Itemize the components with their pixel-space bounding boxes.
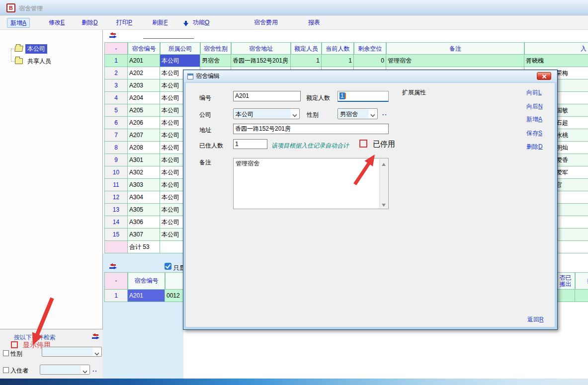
edit-button[interactable]: 修改E — [46, 18, 68, 28]
column-header[interactable]: 当前人数 — [322, 42, 354, 55]
table-cell[interactable]: 10 — [104, 166, 128, 179]
tree-item-label[interactable]: 共享人员 — [25, 57, 53, 66]
ext-attr-label: 扩展属性 — [402, 88, 426, 97]
code-input[interactable]: A201 — [233, 91, 301, 101]
table-cell[interactable]: 11 — [104, 179, 128, 191]
table-cell[interactable]: A307 — [128, 229, 160, 241]
table-cell[interactable]: A302 — [128, 166, 160, 179]
table-cell[interactable]: A205 — [128, 104, 160, 117]
table-cell[interactable]: A207 — [128, 129, 160, 142]
moved-out-cell[interactable] — [556, 290, 575, 302]
add-link[interactable]: 新增A — [526, 115, 542, 124]
app-logo-icon: B — [6, 3, 15, 12]
function-dropdown-icon[interactable] — [183, 23, 188, 29]
quota-input[interactable]: 1 — [337, 91, 389, 102]
table-cell[interactable]: 1 — [291, 55, 322, 67]
address-input[interactable]: 香园一路152号201房 — [233, 124, 389, 134]
table-cell[interactable]: A305 — [128, 204, 160, 216]
prev-link[interactable]: 向前L — [526, 88, 542, 97]
show-disabled-checkbox[interactable] — [11, 341, 18, 348]
new-button[interactable]: 新增A — [7, 18, 30, 28]
swap-columns-icon[interactable] — [91, 333, 99, 340]
occupied-input[interactable]: 1 — [233, 139, 267, 149]
table-cell[interactable]: A203 — [128, 79, 160, 92]
close-button[interactable] — [537, 72, 551, 80]
column-header[interactable]: 宿舍性别 — [200, 42, 231, 55]
next-link[interactable]: 向后N — [526, 102, 543, 111]
table-cell[interactable]: 2 — [104, 67, 128, 79]
table-cell[interactable]: A303 — [128, 179, 160, 191]
table-cell[interactable]: 4 — [104, 92, 128, 104]
swap-columns-icon[interactable] — [108, 32, 117, 39]
tree-item-shared[interactable]: 共享人员 — [15, 57, 53, 66]
column-header[interactable]: 宿舍地址 — [231, 42, 291, 55]
dorm-fee-button[interactable]: 宿舍费用 — [251, 18, 281, 28]
table-cell[interactable]: 1 — [322, 55, 354, 67]
report-button[interactable]: 报表 — [305, 18, 323, 28]
column-header[interactable]: 所属公司 — [160, 42, 200, 55]
move-cell[interactable] — [575, 290, 588, 302]
scroll-down-icon[interactable] — [380, 201, 387, 208]
table-cell[interactable]: A201 — [128, 55, 160, 67]
table-cell[interactable]: 14 — [104, 216, 128, 229]
save-link[interactable]: 保存S — [526, 129, 542, 138]
title-bar: B 宿舍管理 — [0, 0, 588, 15]
column-header[interactable]: 剩余空位 — [354, 42, 386, 55]
row-num-cell[interactable]: 1 — [104, 290, 128, 302]
table-cell[interactable]: 3 — [104, 79, 128, 92]
table-cell[interactable]: 13 — [104, 204, 128, 216]
delete-link[interactable]: 删除D — [526, 143, 543, 151]
table-cell[interactable]: A301 — [128, 154, 160, 166]
footer-cell — [104, 241, 128, 253]
gender-filter-checkbox[interactable] — [3, 350, 9, 356]
table-cell[interactable]: A304 — [128, 191, 160, 204]
column-header[interactable]: 备注 — [386, 42, 524, 55]
table-cell[interactable]: 15 — [104, 229, 128, 241]
tree-item-company[interactable]: 本公司 — [15, 44, 47, 53]
delete-button[interactable]: 删除D — [79, 18, 101, 28]
table-cell[interactable]: 管理宿舍 — [386, 55, 524, 67]
table-cell[interactable]: 5 — [104, 104, 128, 117]
only-show-checkbox[interactable] — [165, 263, 171, 270]
refresh-button[interactable]: 刷新F — [149, 18, 170, 28]
company-select[interactable]: 本公司 — [233, 108, 300, 119]
gender-browse-button[interactable]: .. — [382, 110, 388, 117]
function-button[interactable]: 功能O — [190, 18, 212, 28]
quota-label: 额定人数 — [306, 94, 330, 102]
code-label: 编号 — [199, 94, 211, 102]
back-link[interactable]: 返回R — [527, 315, 544, 324]
table-cell[interactable]: A208 — [128, 142, 160, 154]
table-cell[interactable]: A202 — [128, 67, 160, 79]
table-cell[interactable]: 本公司 — [160, 55, 200, 67]
gender-filter-select[interactable] — [42, 347, 102, 357]
resident-browse-button[interactable]: .. — [92, 366, 98, 373]
dorm-code-cell[interactable]: A201 — [128, 290, 165, 302]
print-button[interactable]: 打印P — [113, 18, 135, 28]
table-cell[interactable]: 香园一路152号201房 — [231, 55, 291, 67]
table-cell[interactable]: 6 — [104, 117, 128, 129]
table-cell[interactable]: 胥晓槐 — [524, 55, 588, 67]
table-cell[interactable]: 12 — [104, 191, 128, 204]
table-row[interactable]: 1A201本公司男宿舍香园一路152号201房110管理宿舍胥晓槐 — [104, 55, 588, 67]
tree-item-label[interactable]: 本公司 — [25, 44, 47, 54]
column-header[interactable]: - — [104, 42, 128, 55]
table-cell[interactable]: 0 — [354, 55, 386, 67]
column-header[interactable]: 额定人员 — [291, 42, 322, 55]
table-cell[interactable]: 7 — [104, 129, 128, 142]
column-header[interactable]: 入 — [524, 42, 588, 55]
resident-filter-checkbox[interactable] — [3, 367, 9, 373]
table-cell[interactable]: 8 — [104, 142, 128, 154]
gender-select[interactable]: 男宿舍 — [337, 108, 378, 119]
table-cell[interactable]: A306 — [128, 216, 160, 229]
table-cell[interactable]: 9 — [104, 154, 128, 166]
table-cell[interactable]: A206 — [128, 117, 160, 129]
column-header[interactable]: 宿舍编号 — [128, 42, 160, 55]
swap-columns-icon[interactable] — [108, 263, 117, 270]
table-cell[interactable]: A204 — [128, 92, 160, 104]
table-cell[interactable]: 1 — [104, 55, 128, 67]
disabled-checkbox[interactable] — [359, 140, 367, 148]
scroll-up-icon[interactable] — [380, 159, 387, 166]
resident-filter-select[interactable] — [40, 365, 90, 375]
table-cell[interactable]: 男宿舍 — [200, 55, 231, 67]
gender-label: 性别 — [307, 111, 319, 119]
